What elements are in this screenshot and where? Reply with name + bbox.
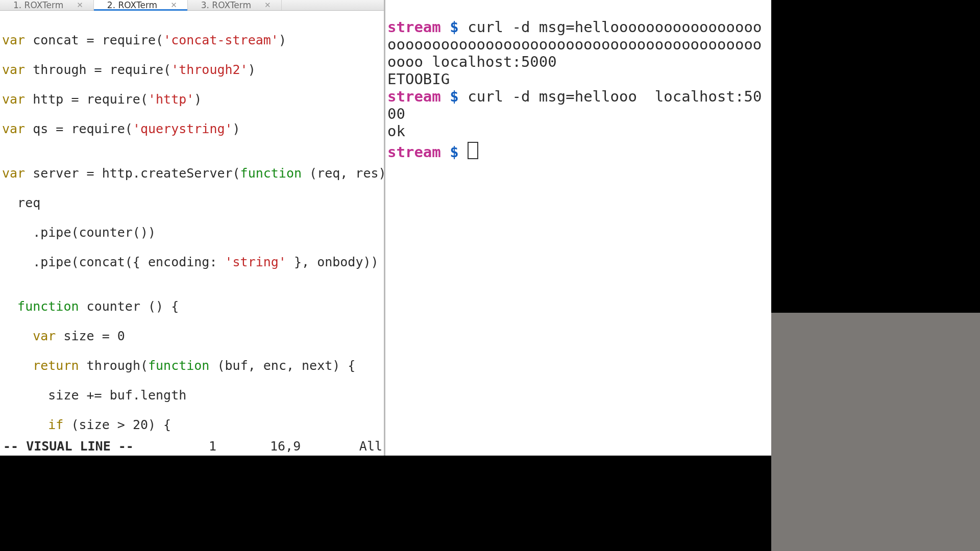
prompt-host: stream (387, 18, 441, 36)
editor-pane: 1. ROXTerm ✕ 2. ROXTerm ✕ 3. ROXTerm ✕ v… (0, 0, 385, 456)
close-icon[interactable]: ✕ (77, 2, 83, 9)
close-icon[interactable]: ✕ (264, 2, 271, 9)
webcam-overlay (771, 313, 980, 551)
shell-command: curl -d msg=helloooooooooooooooooooooooo… (387, 18, 762, 70)
shell-output: ok (387, 122, 405, 140)
vim-buffer[interactable]: var concat = require('concat-stream') va… (0, 11, 385, 438)
terminal-pane[interactable]: stream $ curl -d msg=hellooooooooooooooo… (385, 0, 771, 456)
vim-status-line: -- VISUAL LINE -- 1 16,9 All (0, 438, 385, 456)
prompt-host: stream (387, 143, 441, 161)
prompt-symbol: $ (450, 143, 458, 161)
tab-roxterm-1[interactable]: 1. ROXTerm ✕ (0, 0, 94, 10)
tab-roxterm-3[interactable]: 3. ROXTerm ✕ (188, 0, 282, 10)
tab-label: 2. ROXTerm (107, 0, 157, 10)
vim-cursor-pos: 16,9 (270, 438, 352, 455)
tab-label: 1. ROXTerm (13, 0, 63, 10)
tab-bar: 1. ROXTerm ✕ 2. ROXTerm ✕ 3. ROXTerm ✕ (0, 0, 385, 11)
shell-output: ETOOBIG (387, 70, 450, 88)
prompt-symbol: $ (450, 88, 458, 105)
terminal-cursor (468, 142, 478, 159)
prompt-symbol: $ (450, 18, 458, 36)
prompt-host: stream (387, 88, 441, 105)
vim-scroll-pct: All (352, 438, 382, 455)
tab-roxterm-2[interactable]: 2. ROXTerm ✕ (94, 0, 188, 10)
close-icon[interactable]: ✕ (170, 2, 177, 9)
vim-mode: -- VISUAL LINE -- (3, 438, 134, 455)
kw-var: var (2, 33, 25, 47)
vim-buffer-no: 1 (209, 438, 270, 455)
shell-command: curl -d msg=hellooo localhost:5000 (387, 88, 762, 122)
tab-label: 3. ROXTerm (201, 0, 251, 10)
